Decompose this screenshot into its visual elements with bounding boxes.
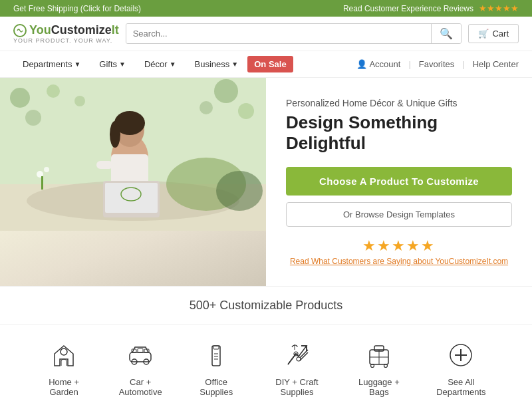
logo[interactable]: YouCustomizeIt YOUR PRODUCT. YOUR WAY. (13, 23, 119, 44)
products-count-text: 500+ Customizable Products (190, 299, 343, 312)
logo-text: YouCustomizeIt (29, 23, 119, 37)
svg-point-8 (200, 101, 213, 114)
dept-home-garden-label: Home + Garden (39, 377, 89, 397)
svg-rect-26 (130, 352, 151, 362)
nav-divider: | (462, 59, 464, 69)
search-icon: 🔍 (440, 28, 453, 39)
hero-title: Design Something Delightful (286, 112, 512, 154)
review-link[interactable]: Read What Customers are Saying about You… (290, 257, 508, 266)
browse-templates-button[interactable]: Or Browse Design Templates (286, 202, 512, 227)
svg-point-3 (47, 84, 60, 98)
hero-subtitle: Personalized Home Décor & Unique Gifts (286, 98, 512, 108)
chevron-down-icon: ▼ (119, 61, 126, 68)
svg-point-7 (238, 103, 254, 119)
svg-point-25 (61, 348, 67, 355)
hero-stars-section: ★★★★★ Read What Customers are Saying abo… (286, 237, 512, 266)
cart-icon: 🛒 (478, 29, 489, 39)
logo-sub: YOUR PRODUCT. YOUR WAY. (13, 37, 112, 44)
dept-office-supplies[interactable]: Office Supplies (180, 338, 253, 397)
search-bar[interactable]: 🔍 (126, 23, 462, 44)
dept-car-automotive-label: Car + Automotive (113, 377, 168, 397)
choose-product-button[interactable]: Choose A Product To Customize (286, 167, 512, 196)
departments-section: Home + Garden Car + Automotive (0, 325, 532, 399)
hero-stars: ★★★★★ (362, 237, 436, 255)
dept-office-supplies-label: Office Supplies (192, 377, 241, 397)
nav-help[interactable]: Help Center (473, 59, 519, 69)
nav-right: 👤 Account | Favorites | Help Center (356, 59, 519, 69)
home-garden-icon (47, 338, 80, 372)
review-stars-top: ★★★★★ (479, 3, 519, 13)
search-button[interactable]: 🔍 (431, 24, 461, 43)
svg-rect-24 (41, 176, 43, 190)
nav-decor[interactable]: Décor ▼ (135, 51, 186, 77)
svg-point-2 (10, 88, 30, 108)
car-automotive-icon (124, 338, 157, 372)
nav-gifts[interactable]: Gifts ▼ (90, 51, 135, 77)
cart-label: Cart (492, 29, 509, 39)
products-count-banner: 500+ Customizable Products (0, 286, 532, 325)
main-nav: Departments ▼ Gifts ▼ Décor ▼ Business ▼… (0, 51, 532, 78)
svg-point-5 (74, 96, 85, 106)
office-supplies-icon (200, 338, 233, 372)
dept-luggage-bags-label: Luggage + Bags (353, 377, 405, 397)
svg-point-23 (44, 167, 49, 172)
dept-car-automotive[interactable]: Car + Automotive (101, 338, 180, 397)
dept-see-all-label: See All Departments (429, 377, 493, 397)
logo-icon (13, 24, 27, 37)
svg-rect-16 (96, 161, 113, 169)
diy-craft-icon (281, 338, 314, 372)
hero-bg-svg (0, 78, 266, 231)
search-input[interactable] (126, 24, 432, 43)
chevron-down-icon: ▼ (74, 61, 80, 68)
hero-content: Personalized Home Décor & Unique Gifts D… (266, 78, 532, 286)
hero-image (0, 78, 266, 286)
svg-point-14 (110, 121, 120, 148)
header: YouCustomizeIt YOUR PRODUCT. YOUR WAY. 🔍… (0, 17, 532, 51)
nav-left: Departments ▼ Gifts ▼ Décor ▼ Business ▼… (13, 51, 356, 77)
dept-home-garden[interactable]: Home + Garden (27, 338, 101, 397)
nav-favorites[interactable]: Favorites (419, 59, 454, 69)
nav-sale[interactable]: On Sale (247, 56, 293, 72)
svg-point-6 (214, 79, 238, 103)
person-icon: 👤 (356, 59, 367, 69)
nav-divider: | (408, 59, 410, 69)
dept-luggage-bags[interactable]: Luggage + Bags (341, 338, 417, 397)
dept-diy-craft-label: DIY + Craft Supplies (265, 377, 329, 397)
hero-section: Personalized Home Décor & Unique Gifts D… (0, 78, 532, 286)
chevron-down-icon: ▼ (231, 61, 238, 68)
nav-departments[interactable]: Departments ▼ (13, 51, 90, 77)
svg-point-40 (297, 357, 301, 361)
svg-point-21 (216, 171, 263, 211)
cart-button[interactable]: 🛒 Cart (468, 24, 519, 43)
svg-point-4 (25, 110, 41, 126)
see-all-icon (444, 338, 477, 372)
shipping-promo[interactable]: Get Free Shipping (Click for Details) (13, 4, 141, 13)
dept-diy-craft[interactable]: DIY + Craft Supplies (253, 338, 341, 397)
svg-rect-30 (138, 348, 143, 352)
nav-business[interactable]: Business ▼ (186, 51, 248, 77)
nav-account[interactable]: 👤 Account (356, 59, 400, 69)
review-promo-text[interactable]: Read Customer Experience Reviews (343, 4, 473, 13)
luggage-bags-icon (362, 338, 396, 372)
chevron-down-icon: ▼ (170, 61, 176, 68)
dept-see-all[interactable]: See All Departments (417, 338, 505, 397)
top-banner: Get Free Shipping (Click for Details) Re… (0, 0, 532, 17)
